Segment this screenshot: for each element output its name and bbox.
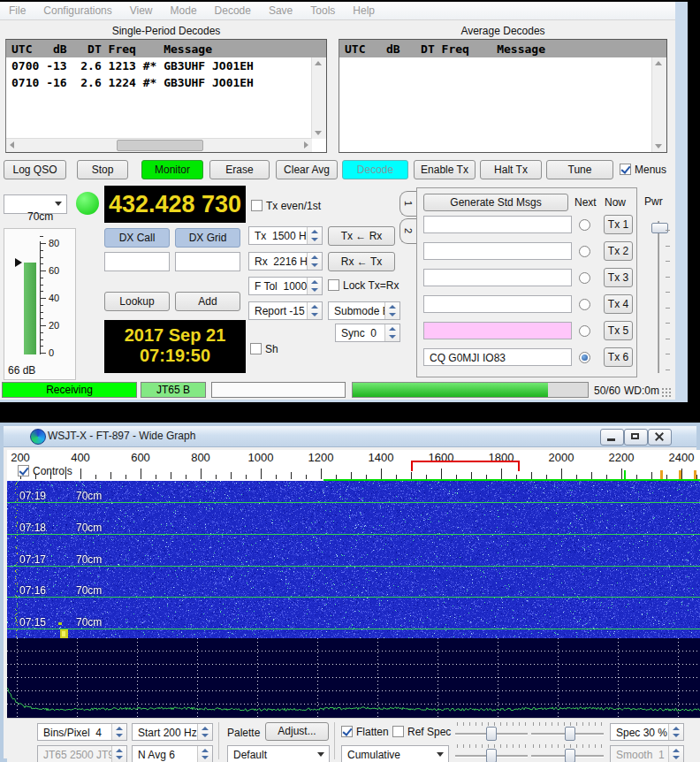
restore-button[interactable] (624, 429, 648, 446)
wide-graph-window: WSJT-X - FT-897 - Wide Graph 20040060080… (0, 423, 700, 762)
menu-help[interactable]: Help (344, 2, 384, 17)
clear-avg-button[interactable]: Clear Avg (276, 160, 338, 179)
close-button[interactable] (648, 429, 672, 446)
wide-graph-titlebar[interactable]: WSJT-X - FT-897 - Wide Graph (4, 426, 696, 447)
dx-grid-input[interactable] (175, 252, 240, 271)
palette-combo[interactable]: Default (227, 745, 330, 762)
tab-2[interactable]: 2 (399, 218, 418, 244)
meter-bar (24, 263, 36, 354)
pwr-slider-handle[interactable] (651, 223, 668, 233)
enable-tx-button[interactable]: Enable Tx (414, 160, 476, 179)
decode-row[interactable]: 0710 -16 2.6 1224 #* GB3UHF JO01EH (6, 74, 312, 91)
waterfall-band-label: 70cm (76, 616, 102, 629)
tx-message-4-field[interactable] (423, 295, 572, 313)
scale-label-400: 400 (71, 451, 90, 464)
report-spinner[interactable]: Report -15 (248, 301, 323, 320)
tx-even-checkbox[interactable] (251, 200, 262, 211)
lookup-button[interactable]: Lookup (104, 292, 170, 311)
menu-file[interactable]: File (0, 2, 34, 17)
scale-label-2400: 2400 (669, 451, 695, 464)
jt65-jt9-split-spinner[interactable]: JT65 2500 JT9 (37, 745, 127, 762)
spec-percent-spinner[interactable]: Spec 30 % (610, 723, 684, 741)
halt-tx-button[interactable]: Halt Tx (480, 160, 542, 179)
gain-slider-2[interactable] (531, 722, 604, 739)
menu-view[interactable]: View (121, 2, 162, 17)
menu-configurations[interactable]: Configurations (34, 2, 120, 17)
waterfall-band-label: 70cm (76, 522, 102, 534)
sh-checkbox[interactable] (250, 343, 262, 354)
smooth-spinner[interactable]: Smooth 1 (610, 745, 684, 762)
pwr-label: Pwr (644, 195, 663, 208)
next-radio-1[interactable] (579, 219, 590, 231)
minimize-button[interactable] (600, 429, 624, 446)
decode-table-body[interactable]: 0700 -13 2.6 1213 #* GB3UHF JO01EH0710 -… (6, 57, 312, 139)
tx-message-2-field[interactable] (423, 242, 572, 260)
dx-grid-button[interactable]: DX Grid (175, 228, 240, 248)
pwr-slider[interactable] (658, 221, 659, 373)
zero-slider-2[interactable] (531, 744, 604, 761)
horizontal-scrollbar[interactable] (6, 138, 312, 152)
add-button[interactable]: Add (175, 292, 240, 311)
log-qso-button[interactable]: Log QSO (4, 160, 66, 179)
generate-std-msgs-button[interactable]: Generate Std Msgs (423, 194, 568, 211)
next-radio-5[interactable] (579, 325, 590, 337)
tx-5-button[interactable]: Tx 5 (604, 321, 633, 340)
tx-from-rx-button[interactable]: Tx ← Rx (328, 226, 395, 246)
tx-range-bracket (411, 461, 520, 471)
tab-1[interactable]: 1 (399, 191, 418, 217)
stop-button[interactable]: Stop (77, 160, 128, 179)
waterfall-band-label: 70cm (76, 553, 102, 566)
tune-button[interactable]: Tune (546, 160, 613, 179)
tx-message-5-combo[interactable] (423, 322, 572, 339)
menu-mode[interactable]: Mode (162, 2, 206, 17)
tx-2-button[interactable]: Tx 2 (604, 241, 633, 261)
average-decodes-panel: Average Decodes UTC dB DT Freq Message (339, 25, 667, 153)
decode-row[interactable]: 0700 -13 2.6 1213 #* GB3UHF JO01EH (6, 57, 312, 74)
menu-tools[interactable]: Tools (301, 2, 344, 17)
next-radio-4[interactable] (579, 299, 590, 310)
tx-message-1-field[interactable] (423, 216, 572, 233)
tx-3-button[interactable]: Tx 3 (604, 268, 633, 287)
band-combo[interactable]: 70cm (4, 194, 67, 214)
adjust-button[interactable]: Adjust... (265, 722, 329, 741)
decode-table-body[interactable] (339, 57, 652, 152)
menus-checkbox[interactable] (620, 164, 631, 175)
frequency-scale[interactable]: 2004006008001000120014001600180020002200… (7, 450, 700, 481)
tx-1-button[interactable]: Tx 1 (604, 215, 633, 234)
dx-call-input[interactable] (104, 252, 170, 271)
decode-button[interactable]: Decode (342, 160, 408, 179)
monitor-button[interactable]: Monitor (141, 160, 203, 179)
display-mode-combo[interactable]: Cumulative (341, 745, 449, 762)
tx-message-3-field[interactable] (423, 269, 572, 286)
rx-from-tx-button[interactable]: Rx ← Tx (328, 252, 395, 271)
next-radio-2[interactable] (579, 246, 590, 257)
start-freq-spinner[interactable]: Start 200 Hz (132, 723, 213, 741)
submode-spinner[interactable]: Submode B (328, 301, 400, 320)
menu-save[interactable]: Save (260, 2, 301, 17)
ftol-spinner[interactable]: F Tol 1000 (248, 277, 323, 295)
tx-message-6-field[interactable]: CQ G0MJI IO83 (423, 348, 572, 366)
waterfall-display[interactable] (7, 481, 700, 638)
ref-spec-checkbox[interactable] (392, 726, 404, 737)
zero-slider-1[interactable] (455, 744, 528, 761)
tx-6-button[interactable]: Tx 6 (604, 347, 633, 367)
resize-grip[interactable] (661, 387, 672, 398)
n-avg-spinner[interactable]: N Avg 6 (132, 745, 213, 762)
sync-spinner[interactable]: Sync 0 (335, 324, 400, 342)
vertical-scrollbar[interactable] (651, 57, 666, 152)
dx-call-button[interactable]: DX Call (104, 228, 170, 248)
rx-freq-spinner[interactable]: Rx 2216 Hz (248, 252, 323, 271)
gain-slider-1[interactable] (455, 722, 528, 739)
erase-button[interactable]: Erase (209, 160, 270, 179)
vertical-scrollbar[interactable] (311, 57, 326, 139)
bins-per-pixel-spinner[interactable]: Bins/Pixel 4 (37, 723, 127, 741)
spectrum-display[interactable] (7, 638, 700, 718)
lock-txrx-checkbox[interactable] (328, 279, 339, 291)
tx-4-button[interactable]: Tx 4 (604, 294, 633, 314)
next-radio-6[interactable] (579, 352, 590, 363)
next-radio-3[interactable] (579, 272, 590, 284)
tx-freq-spinner[interactable]: Tx 1500 Hz (248, 226, 323, 245)
controls-checkbox[interactable] (18, 465, 29, 476)
flatten-checkbox[interactable] (341, 726, 353, 737)
menu-decode[interactable]: Decode (206, 2, 260, 17)
